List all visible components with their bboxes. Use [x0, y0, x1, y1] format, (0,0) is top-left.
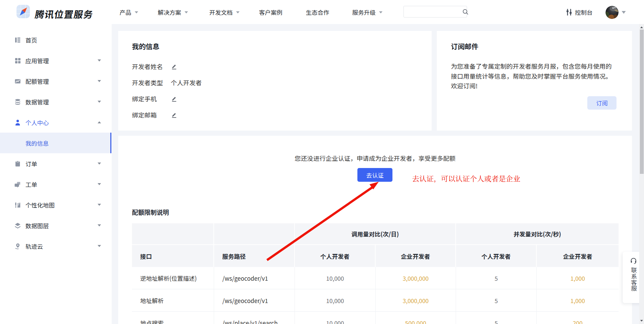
table-cell: 1,000	[537, 267, 619, 289]
certification-banner-text: 您还没进行企业认证，申请成为企业开发者，享受更多配额	[118, 153, 632, 163]
subscribe-button[interactable]: 订阅	[587, 96, 617, 110]
apps-grid-icon	[14, 57, 21, 64]
console-sliders-icon	[566, 9, 573, 16]
layers-icon	[14, 222, 21, 229]
chevron-down-icon	[236, 11, 240, 13]
table-cell: 5	[456, 312, 537, 324]
nav-item-solutions[interactable]: 解决方案	[158, 0, 188, 24]
scroll-up-arrow-icon[interactable]	[640, 26, 643, 28]
annotation-text: 去认证，可以认证个人或者是企业	[412, 173, 520, 183]
subscribe-card-title: 订阅邮件	[451, 42, 478, 51]
sidebar-item-tickets[interactable]: 工单	[0, 174, 112, 194]
avatar[interactable]	[606, 6, 619, 19]
table-cell: 5	[456, 267, 537, 289]
sidebar-item-track-cloud[interactable]: 轨迹云	[0, 236, 112, 256]
chevron-down-icon	[185, 11, 188, 13]
chevron-down-icon	[98, 245, 101, 247]
sidebar-item-my-info[interactable]: 我的信息	[0, 133, 112, 153]
active-indicator-bar	[110, 133, 111, 153]
chevron-down-icon	[98, 183, 101, 185]
profile-field-type: 开发者类型 个人开发者	[132, 78, 202, 87]
profile-field-email: 绑定邮箱	[132, 110, 177, 119]
sidebar-item-apps[interactable]: 应用管理	[0, 50, 112, 71]
console-link[interactable]: 控制台	[566, 0, 592, 24]
table-cell: 10,000	[295, 289, 376, 312]
table-cell: 地点搜索	[132, 312, 214, 324]
subscribe-card: 订阅邮件 为您准备了专属定制的开发者服务月报，包含您每月使用的 接口用量统计等信…	[437, 31, 632, 131]
nav-item-docs[interactable]: 开发文档	[209, 0, 240, 24]
edit-pencil-icon[interactable]	[171, 112, 177, 118]
table-cell: /ws/place/v1/search	[214, 312, 295, 324]
table-cell: 逆地址解析(位置描述)	[132, 267, 214, 289]
chevron-up-icon	[98, 121, 101, 123]
profile-card-title: 我的信息	[132, 42, 159, 51]
chevron-down-icon	[98, 204, 101, 206]
nav-item-eco[interactable]: 生态合作	[306, 0, 329, 24]
chevron-down-icon	[379, 11, 382, 13]
table-col-header-personal: 个人开发者	[295, 245, 376, 267]
database-icon	[14, 98, 21, 105]
sidebar-item-orders[interactable]: 订单	[0, 153, 112, 174]
nav-item-upgrade[interactable]: 服务升级	[352, 0, 382, 24]
chevron-down-icon	[135, 11, 138, 13]
table-cell: 3,000,000	[376, 289, 456, 312]
chevron-down-icon	[98, 80, 101, 82]
table-cell: 1,000	[537, 289, 619, 312]
table-col-header-enterprise: 企业开发者	[376, 245, 456, 267]
edit-pencil-icon[interactable]	[171, 96, 177, 102]
table-cell: 5	[456, 289, 537, 312]
developer-type-value: 个人开发者	[171, 78, 202, 87]
table-group-header-concurrency: 并发量对比(次/秒)	[456, 223, 619, 245]
table-cell: 地址解析	[132, 289, 214, 312]
table-col-header-api: 接口	[132, 245, 214, 267]
search-input[interactable]	[404, 6, 462, 17]
quota-card: 您还没进行企业认证，申请成为企业开发者，享受更多配额 去认证 配额限制说明 调用…	[118, 136, 632, 324]
ticket-chat-icon	[14, 181, 21, 188]
table-group-header-empty	[132, 223, 214, 245]
quota-section-title: 配额限制说明	[132, 208, 169, 216]
profile-field-name: 开发者姓名	[132, 62, 177, 71]
quota-chart-icon	[14, 78, 21, 85]
order-clipboard-icon	[14, 160, 21, 167]
sidebar-item-personal[interactable]: 个人中心	[0, 112, 112, 133]
edit-pencil-icon[interactable]	[171, 63, 177, 70]
chevron-down-icon	[98, 59, 101, 62]
table-cell: /ws/geocoder/v1	[214, 289, 295, 312]
table-col-header-personal: 个人开发者	[456, 245, 537, 267]
user-menu-caret-icon[interactable]	[622, 11, 626, 14]
search-icon[interactable]	[462, 9, 469, 15]
nav-item-products[interactable]: 产品	[120, 0, 138, 24]
scrollbar[interactable]	[639, 24, 644, 324]
sidebar-item-layers[interactable]: 数据图层	[0, 215, 112, 236]
chevron-down-icon	[98, 224, 101, 226]
custom-map-icon	[14, 201, 21, 209]
table-col-header-path: 服务路径	[214, 245, 295, 267]
sidebar: 首页 应用管理 配额管理 数据管理 个人中心 我的信息 订单	[0, 24, 112, 324]
sidebar-item-custom-map[interactable]: 个性化地图	[0, 194, 112, 215]
sidebar-item-home[interactable]: 首页	[0, 30, 112, 50]
table-cell: 10,000	[295, 312, 376, 324]
profile-field-phone: 绑定手机	[132, 94, 177, 103]
home-list-icon	[14, 36, 21, 44]
search-box	[403, 6, 467, 18]
table-group-header-empty	[214, 223, 295, 245]
scroll-down-arrow-icon[interactable]	[640, 320, 643, 322]
brand-logo-icon[interactable]	[16, 5, 30, 18]
table-cell: 10,000	[295, 267, 376, 289]
table-col-header-enterprise: 企业开发者	[537, 245, 619, 267]
chevron-down-icon	[98, 101, 101, 103]
scrollbar-thumb[interactable]	[640, 30, 644, 174]
console-label: 控制台	[575, 8, 592, 16]
nav-item-cases[interactable]: 客户案例	[259, 0, 282, 24]
subscribe-description: 为您准备了专属定制的开发者服务月报，包含您每月使用的 接口用量统计等信息，帮助您…	[451, 61, 616, 91]
go-certify-button[interactable]: 去认证	[357, 168, 392, 182]
table-cell: 500,000	[376, 312, 456, 324]
quota-table: 调用量对比(次/日) 并发量对比(次/秒) 接口 服务路径 个人开发者 企业开发…	[132, 223, 619, 324]
sidebar-item-data[interactable]: 数据管理	[0, 91, 112, 112]
brand-name[interactable]: 腾讯位置服务	[34, 7, 94, 21]
headset-icon	[630, 257, 637, 266]
sidebar-item-quota[interactable]: 配额管理	[0, 71, 112, 91]
top-header: 腾讯位置服务 产品 解决方案 开发文档 客户案例 生态合作 服务升级 控制台	[0, 0, 644, 24]
table-cell: 200	[537, 312, 619, 324]
table-cell: /ws/geocoder/v1	[214, 267, 295, 289]
